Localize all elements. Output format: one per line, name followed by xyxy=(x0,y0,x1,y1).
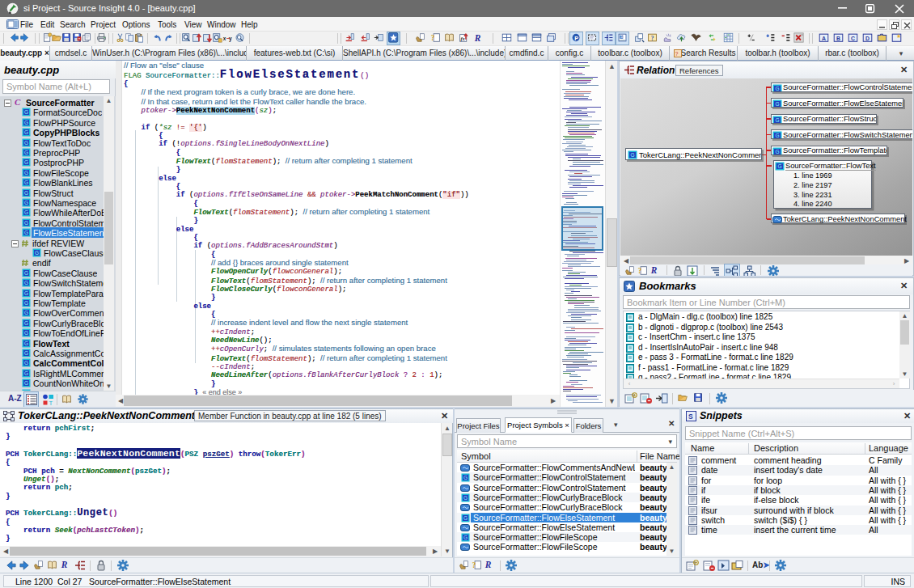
svg-text:B: B xyxy=(836,35,840,41)
svg-text:G: G xyxy=(24,290,28,296)
svg-text:?: ? xyxy=(431,34,435,42)
svg-text:G: G xyxy=(24,200,28,205)
svg-text:G: G xyxy=(463,475,468,480)
svg-text:S: S xyxy=(688,412,693,421)
svg-text:G: G xyxy=(24,140,28,146)
svg-text:?: ? xyxy=(638,267,642,275)
svg-text:?: ? xyxy=(651,34,654,41)
svg-text:G: G xyxy=(463,515,468,521)
svg-text:G: G xyxy=(24,341,28,346)
svg-text:A: A xyxy=(822,35,826,41)
svg-text:R: R xyxy=(474,33,481,43)
svg-text:G: G xyxy=(24,370,28,376)
svg-text:G: G xyxy=(24,361,28,366)
svg-text:G: G xyxy=(24,190,28,196)
svg-text:G: G xyxy=(35,250,39,256)
svg-text:G: G xyxy=(24,110,28,116)
svg-text:G: G xyxy=(775,117,779,123)
svg-text:G: G xyxy=(775,101,779,107)
svg-text:G: G xyxy=(775,149,779,154)
svg-text:G: G xyxy=(24,230,28,235)
svg-text:G: G xyxy=(24,180,28,185)
svg-text:G: G xyxy=(24,330,28,336)
svg-text:G: G xyxy=(24,150,28,155)
svg-text:G: G xyxy=(24,129,28,135)
svg-text:R: R xyxy=(650,265,658,275)
svg-text:G: G xyxy=(24,210,28,216)
svg-text:C: C xyxy=(851,35,855,41)
svg-text:G: G xyxy=(24,120,28,125)
svg-text:?: ? xyxy=(675,51,679,57)
svg-text:T: T xyxy=(49,400,53,406)
svg-text:G: G xyxy=(463,535,468,540)
svg-text:P: P xyxy=(574,34,578,41)
svg-text:G: G xyxy=(24,311,28,316)
svg-text:G: G xyxy=(463,495,468,501)
svg-text:?: ? xyxy=(472,561,476,569)
svg-text:G: G xyxy=(24,170,28,176)
svg-text:G: G xyxy=(24,160,28,166)
svg-text:R: R xyxy=(485,560,492,569)
svg-text:G: G xyxy=(24,320,28,326)
svg-text:G: G xyxy=(777,163,781,169)
svg-text:y: y xyxy=(229,35,232,41)
svg-text:D: D xyxy=(865,35,870,41)
svg-text:S: S xyxy=(620,35,623,39)
svg-text:G: G xyxy=(24,280,28,286)
svg-text:G: G xyxy=(24,220,28,226)
svg-text:G: G xyxy=(24,270,28,276)
svg-text:G: G xyxy=(24,380,28,386)
svg-text:G: G xyxy=(775,133,779,138)
svg-text:G: G xyxy=(24,300,28,306)
svg-text:G: G xyxy=(775,86,779,91)
svg-text:R: R xyxy=(61,560,68,569)
svg-text:G: G xyxy=(630,152,634,158)
svg-text:G: G xyxy=(24,350,28,356)
